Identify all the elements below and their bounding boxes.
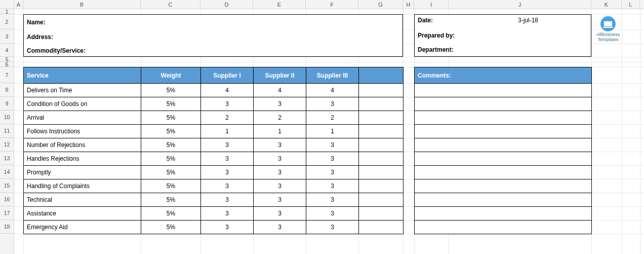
cell-supplier-3[interactable]: 3 [306, 207, 359, 221]
comments-table[interactable]: Comments: [414, 67, 592, 234]
col-header-E[interactable]: E [253, 0, 306, 9]
table-row[interactable]: Assistance5%333 [24, 207, 404, 221]
comments-cell[interactable] [415, 138, 592, 152]
comments-cell[interactable] [415, 221, 592, 234]
row-header-10[interactable]: 10 [0, 111, 14, 124]
col-supplier-2[interactable]: Supplier II [254, 67, 306, 84]
comments-row[interactable] [415, 111, 592, 125]
cell-supplier-2[interactable]: 3 [254, 138, 306, 152]
row-header-1[interactable]: 1 [0, 9, 14, 14]
cell-supplier-3[interactable]: 3 [306, 97, 359, 111]
row-headers[interactable]: 123456789101112131415161718 [0, 9, 14, 254]
col-supplier-3[interactable]: Supplier III [306, 67, 359, 84]
row-header-3[interactable]: 3 [0, 29, 14, 44]
comments-row[interactable] [415, 179, 592, 193]
row-header-6[interactable]: 6 [0, 62, 14, 67]
row-header-9[interactable]: 9 [0, 97, 14, 111]
cell-supplier-2[interactable]: 3 [254, 179, 306, 193]
table-row[interactable]: Emergency Aid5%333 [24, 221, 404, 234]
cell-supplier-2[interactable]: 3 [254, 166, 306, 179]
comments-row[interactable] [415, 138, 592, 152]
col-header-L[interactable]: L [622, 0, 640, 9]
comments-row[interactable] [415, 84, 592, 97]
cell-supplier-1[interactable]: 3 [201, 152, 254, 166]
cell-supplier-2[interactable]: 3 [254, 207, 306, 221]
cell-supplier-3[interactable]: 4 [306, 84, 359, 97]
comments-row[interactable] [415, 166, 592, 179]
cell-weight[interactable]: 5% [141, 111, 201, 125]
row-header-14[interactable]: 14 [0, 165, 14, 179]
col-header-C[interactable]: C [141, 0, 200, 9]
column-headers[interactable]: ABCDEFGHIJKL [0, 0, 644, 9]
cell-service[interactable]: Handling of Complaints [24, 179, 141, 193]
grid-area[interactable]: Name: Address: Commodity/Service: Date: … [14, 9, 644, 254]
comments-row[interactable] [415, 97, 592, 111]
cell-supplier-3[interactable]: 3 [306, 152, 359, 166]
comments-cell[interactable] [415, 97, 592, 111]
cell-supplier-2[interactable]: 2 [254, 111, 306, 125]
cell-blank[interactable] [359, 125, 404, 138]
cell-supplier-1[interactable]: 2 [201, 111, 254, 125]
col-header-K[interactable]: K [591, 0, 622, 9]
comments-cell[interactable] [415, 166, 592, 179]
cell-supplier-3[interactable]: 1 [306, 125, 359, 138]
cell-blank[interactable] [359, 179, 404, 193]
cell-service[interactable]: Promptly [24, 166, 141, 179]
comments-cell[interactable] [415, 84, 592, 97]
cell-weight[interactable]: 5% [141, 207, 201, 221]
comments-cell[interactable] [415, 179, 592, 193]
cell-supplier-1[interactable]: 3 [201, 221, 254, 234]
cell-supplier-1[interactable]: 1 [201, 125, 254, 138]
col-weight[interactable]: Weight [141, 67, 201, 84]
col-header-I[interactable]: I [414, 0, 449, 9]
cell-weight[interactable]: 5% [141, 152, 201, 166]
row-header-18[interactable]: 18 [0, 220, 14, 234]
cell-service[interactable]: Handles Rejections [24, 152, 141, 166]
cell-supplier-1[interactable]: 3 [201, 166, 254, 179]
table-row[interactable]: Handles Rejections5%333 [24, 152, 404, 166]
cell-supplier-3[interactable]: 3 [306, 166, 359, 179]
cell-supplier-2[interactable]: 3 [254, 97, 306, 111]
cell-supplier-1[interactable]: 3 [201, 97, 254, 111]
service-table[interactable]: Service Weight Supplier I Supplier II Su… [23, 67, 404, 234]
row-header-11[interactable]: 11 [0, 124, 14, 138]
row-header-17[interactable]: 17 [0, 206, 14, 220]
comments-cell[interactable] [415, 152, 592, 166]
cell-supplier-2[interactable]: 4 [254, 84, 306, 97]
table-row[interactable]: Number of Rejections5%333 [24, 138, 404, 152]
row-header-13[interactable]: 13 [0, 152, 14, 165]
cell-service[interactable]: Delivers on Time [24, 84, 141, 97]
cell-blank[interactable] [359, 193, 404, 207]
table-row[interactable]: Follows Instructions5%111 [24, 125, 404, 138]
cell-supplier-1[interactable]: 3 [201, 193, 254, 207]
row-header-2[interactable]: 2 [0, 14, 14, 29]
row-header-15[interactable]: 15 [0, 179, 14, 193]
comments-row[interactable] [415, 125, 592, 138]
cell-service[interactable]: Technical [24, 193, 141, 207]
cell-supplier-2[interactable]: 3 [254, 152, 306, 166]
cell-blank[interactable] [359, 207, 404, 221]
comments-cell[interactable] [415, 111, 592, 125]
cell-blank[interactable] [359, 221, 404, 234]
col-header-D[interactable]: D [200, 0, 253, 9]
col-header-F[interactable]: F [306, 0, 358, 9]
col-supplier-1[interactable]: Supplier I [201, 67, 254, 84]
table-row[interactable]: Delivers on Time5%444 [24, 84, 404, 97]
cell-supplier-1[interactable]: 3 [201, 179, 254, 193]
cell-blank[interactable] [359, 138, 404, 152]
cell-weight[interactable]: 5% [141, 84, 201, 97]
cell-service[interactable]: Follows Instructions [24, 125, 141, 138]
comments-row[interactable] [415, 221, 592, 234]
cell-weight[interactable]: 5% [141, 138, 201, 152]
col-comments[interactable]: Comments: [415, 67, 592, 84]
col-header-G[interactable]: G [358, 0, 403, 9]
cell-supplier-3[interactable]: 3 [306, 193, 359, 207]
table-row[interactable]: Condition of Goods on5%333 [24, 97, 404, 111]
cell-service[interactable]: Emergency Aid [24, 221, 141, 234]
cell-service[interactable]: Condition of Goods on [24, 97, 141, 111]
cell-supplier-2[interactable]: 1 [254, 125, 306, 138]
cell-supplier-1[interactable]: 3 [201, 138, 254, 152]
comments-row[interactable] [415, 207, 592, 221]
select-all-corner[interactable] [0, 0, 14, 9]
col-header-B[interactable]: B [23, 0, 141, 9]
